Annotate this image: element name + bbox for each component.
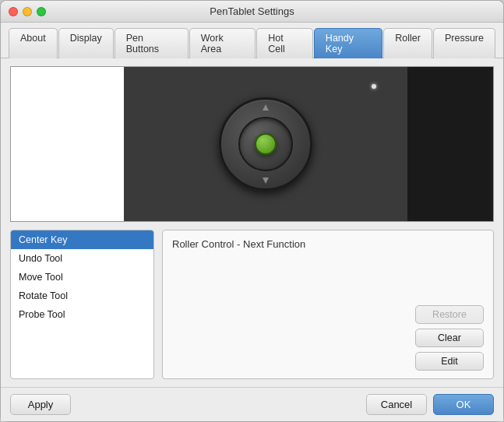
tab-hot-cell[interactable]: Hot Cell bbox=[256, 28, 313, 58]
footer-right-buttons: Cancel OK bbox=[366, 394, 494, 415]
traffic-lights bbox=[9, 7, 46, 16]
cancel-button[interactable]: Cancel bbox=[366, 394, 427, 415]
preview-left bbox=[11, 67, 124, 221]
tab-handy-key[interactable]: Handy Key bbox=[314, 28, 382, 58]
tab-roller[interactable]: Roller bbox=[383, 28, 432, 58]
tab-pen-buttons[interactable]: Pen Buttons bbox=[115, 28, 189, 58]
tabs-bar: About Display Pen Buttons Work Area Hot … bbox=[1, 23, 503, 58]
list-item-undo-tool[interactable]: Undo Tool bbox=[11, 249, 153, 268]
tablet-preview bbox=[10, 66, 494, 222]
dial-inner bbox=[238, 117, 293, 171]
main-section: Center Key Undo Tool Move Tool Rotate To… bbox=[10, 230, 494, 379]
list-item-rotate-tool[interactable]: Rotate Tool bbox=[11, 287, 153, 305]
clear-button[interactable]: Clear bbox=[415, 329, 484, 347]
list-item-move-tool[interactable]: Move Tool bbox=[11, 268, 153, 287]
content-area: Center Key Undo Tool Move Tool Rotate To… bbox=[1, 58, 503, 387]
footer: Apply Cancel OK bbox=[1, 387, 503, 421]
close-button[interactable] bbox=[9, 7, 18, 16]
preview-center bbox=[124, 67, 407, 221]
tab-pressure[interactable]: Pressure bbox=[433, 28, 495, 58]
list-item-probe-tool[interactable]: Probe Tool bbox=[11, 305, 153, 324]
apply-button[interactable]: Apply bbox=[10, 394, 71, 415]
tab-about[interactable]: About bbox=[9, 28, 58, 58]
list-item-center-key[interactable]: Center Key bbox=[11, 230, 153, 249]
key-list: Center Key Undo Tool Move Tool Rotate To… bbox=[10, 230, 154, 379]
dial-tick-bottom bbox=[263, 178, 269, 184]
restore-button[interactable]: Restore bbox=[415, 305, 484, 324]
preview-inner bbox=[11, 67, 493, 221]
app-window: PenTablet Settings About Display Pen But… bbox=[0, 0, 504, 422]
dial-center bbox=[255, 133, 277, 155]
function-panel: Roller Control - Next Function Restore C… bbox=[162, 230, 494, 379]
tab-work-area[interactable]: Work Area bbox=[189, 28, 256, 58]
action-buttons: Restore Clear Edit bbox=[172, 305, 484, 371]
minimize-button[interactable] bbox=[23, 7, 32, 16]
maximize-button[interactable] bbox=[37, 7, 46, 16]
ok-button[interactable]: OK bbox=[433, 394, 494, 415]
preview-right bbox=[407, 67, 493, 221]
function-label: Roller Control - Next Function bbox=[172, 238, 484, 250]
dial-tick-top bbox=[263, 104, 269, 111]
edit-button[interactable]: Edit bbox=[415, 352, 484, 371]
window-title: PenTablet Settings bbox=[210, 5, 294, 17]
dial-outer bbox=[219, 97, 312, 191]
tab-display[interactable]: Display bbox=[58, 28, 114, 58]
title-bar: PenTablet Settings bbox=[1, 1, 503, 23]
dot-indicator bbox=[372, 84, 376, 89]
